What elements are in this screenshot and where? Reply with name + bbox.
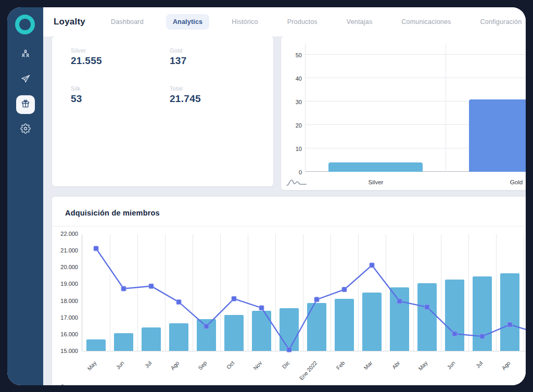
data-point-mar [370, 263, 374, 268]
line-series [82, 234, 526, 351]
team-icon [20, 48, 31, 61]
divider [52, 226, 526, 226]
y-tick-label: 22.000 [54, 231, 78, 237]
data-point-ago [507, 322, 512, 327]
amcharts-logo-icon[interactable] [285, 177, 308, 187]
stat-total: Total21.745 [170, 85, 273, 105]
category-gold [446, 44, 526, 172]
bar-gold [469, 99, 526, 172]
y-tick-label: 15.000 [54, 348, 78, 354]
data-point-jul [149, 284, 154, 288]
data-point-may [425, 305, 429, 309]
app-title: Loyalty [54, 17, 85, 27]
sidebar-menu [7, 45, 43, 139]
membership-stats-card: Silver21.555Gold137Silk53Total21.745 [52, 36, 273, 186]
nav-tab-ventajas[interactable]: Ventajas [340, 14, 379, 30]
data-point-feb [342, 287, 347, 292]
settings-icon [20, 123, 31, 136]
member-acquisition-card: Adquisición de miembros 22.00021.00020.0… [52, 197, 526, 385]
send-icon [20, 73, 31, 86]
data-point-jun [121, 286, 126, 291]
y-tick-label: 10 [286, 146, 302, 152]
stat-value: 53 [71, 93, 170, 105]
stat-silver: Silver21.555 [71, 47, 170, 67]
sidebar [7, 7, 43, 385]
sidebar-item-settings[interactable] [16, 120, 35, 139]
stat-label: Silver [71, 47, 170, 54]
x-tick-label: Silver [306, 179, 446, 185]
data-point-abr [397, 299, 402, 304]
stat-gold: Gold137 [170, 47, 273, 67]
nav-tab-productos[interactable]: Productos [281, 14, 324, 30]
stat-label: Total [170, 85, 273, 92]
y-tick-label: 40 [286, 75, 302, 82]
y-tick-label: 50 [286, 52, 302, 58]
stat-value: 21.555 [71, 55, 170, 67]
stat-silk: Silk53 [71, 85, 170, 105]
member-acquisition-chart: 22.00021.00020.00019.00018.00017.00016.0… [82, 234, 526, 351]
sidebar-item-send[interactable] [16, 70, 35, 89]
y-tick-label: 20 [286, 122, 302, 129]
chart-title: Adquisición de miembros [65, 209, 160, 217]
data-point-oct [232, 296, 236, 301]
y-tick-label: 20.000 [54, 264, 78, 270]
stat-label: Silk [71, 85, 170, 92]
data-point-nov [259, 306, 264, 310]
sidebar-item-team[interactable] [16, 45, 35, 64]
gift-icon [20, 98, 31, 111]
stat-value: 21.745 [170, 93, 273, 105]
nav-tab-histórico[interactable]: Histórico [225, 14, 264, 30]
tier-bar-chart-card: 01020304050SilverGold [281, 36, 526, 190]
data-point-dic [287, 347, 291, 352]
y-tick-label: 19.000 [54, 281, 78, 287]
app-window: Loyalty DashboardAnalyticsHistóricoProdu… [7, 7, 526, 385]
data-point-ene-2022 [314, 297, 319, 302]
category-silver [306, 44, 446, 172]
data-point-may [94, 246, 98, 251]
app-logo-icon [15, 15, 35, 34]
data-point-jun [452, 332, 457, 336]
nav-tab-dashboard[interactable]: Dashboard [104, 14, 150, 30]
nav-tab-analytics[interactable]: Analytics [166, 14, 209, 30]
y-tick-label: 0 [286, 169, 302, 175]
data-point-jul [480, 334, 485, 339]
x-tick-label: Gold [446, 179, 526, 185]
amcharts-logo-icon[interactable] [56, 382, 79, 385]
nav-tab-comunicaciones[interactable]: Comunicaciones [395, 14, 458, 30]
data-point-ago [176, 300, 181, 305]
content-area: Silver21.555Gold137Silk53Total21.745 010… [43, 36, 526, 385]
y-tick-label: 21.000 [54, 247, 78, 254]
header: Loyalty DashboardAnalyticsHistóricoProdu… [43, 7, 526, 36]
data-point-sep [204, 324, 209, 328]
nav-tab-configuración[interactable]: Configuración [474, 14, 526, 30]
bar-silver [328, 162, 422, 172]
tier-bar-chart: 01020304050SilverGold [305, 44, 526, 172]
stat-label: Gold [170, 47, 273, 54]
main-nav: DashboardAnalyticsHistóricoProductosVent… [104, 14, 526, 30]
stat-value: 137 [170, 55, 273, 67]
y-tick-label: 30 [286, 99, 302, 105]
y-tick-label: 17.000 [54, 314, 78, 321]
sidebar-item-gift[interactable] [16, 95, 35, 114]
y-tick-label: 16.000 [54, 331, 78, 337]
y-tick-label: 18.000 [54, 298, 78, 304]
stats-grid: Silver21.555Gold137Silk53Total21.745 [52, 36, 273, 105]
